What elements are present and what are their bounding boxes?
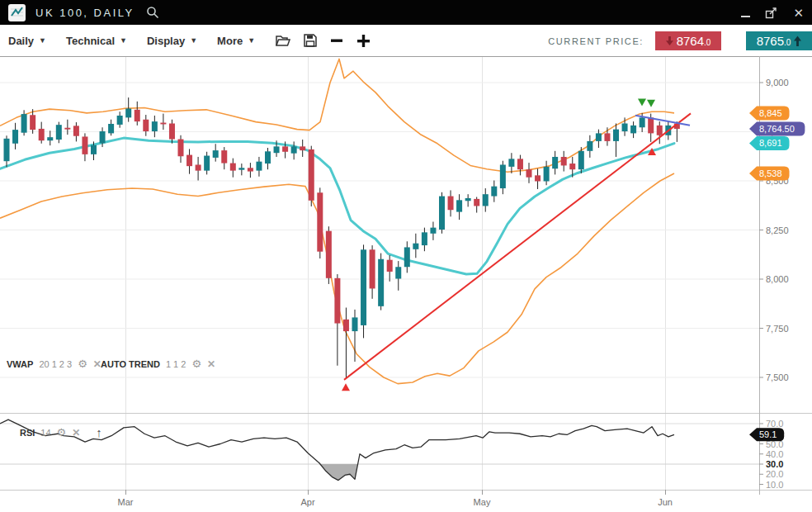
window-title: UK 100, DAILY: [35, 7, 135, 19]
chevron-down-icon: ▼: [248, 36, 255, 45]
current-price-panel: CURRENT PRICE: 8764.0 8765.0: [548, 31, 812, 50]
minimize-button[interactable]: [741, 7, 750, 17]
arrow-down-icon: [666, 36, 673, 46]
gear-icon[interactable]: ⚙: [191, 358, 201, 369]
svg-text:8,691: 8,691: [759, 138, 782, 148]
chart-toolbar: Daily ▼ Technical ▼ Display ▼ More ▼: [0, 25, 812, 56]
menu-technical[interactable]: Technical ▼: [66, 35, 127, 47]
svg-text:May: May: [474, 497, 491, 507]
arrow-up-icon: [794, 36, 801, 46]
chevron-down-icon: ▼: [39, 36, 46, 45]
chart-area: 9,0008,7508,5008,2508,0007,7507,50070.06…: [0, 56, 812, 512]
close-icon[interactable]: ✕: [793, 7, 804, 19]
buy-price-button[interactable]: 8765.0: [746, 31, 812, 50]
svg-text:8,250: 8,250: [766, 225, 789, 235]
chevron-down-icon: ▼: [190, 36, 197, 45]
svg-text:70.0: 70.0: [766, 419, 783, 429]
menu-display[interactable]: Display ▼: [147, 35, 197, 47]
svg-text:9,000: 9,000: [766, 78, 789, 88]
chart-canvas[interactable]: 9,0008,7508,5008,2508,0007,7507,50070.06…: [0, 56, 812, 512]
current-price-label: CURRENT PRICE:: [548, 36, 644, 46]
svg-text:7,750: 7,750: [766, 324, 789, 334]
vwap-line: [0, 138, 674, 274]
rsi-indicator-label: RSI 14 ⚙ ✕ ↑: [20, 426, 102, 439]
move-indicator-up-icon[interactable]: ↑: [96, 426, 102, 439]
zoom-out-button[interactable]: [330, 34, 343, 47]
svg-text:Apr: Apr: [300, 497, 314, 507]
sell-price-button[interactable]: 8764.0: [655, 31, 721, 50]
zoom-in-button[interactable]: [356, 34, 371, 48]
svg-text:30.0: 30.0: [766, 459, 783, 469]
svg-text:20.0: 20.0: [766, 469, 783, 479]
menu-more[interactable]: More ▼: [217, 35, 255, 47]
trend-lines[interactable]: [344, 113, 691, 379]
vwap-indicator-label: VWAP 20 1 2 3 ⚙ ✕: [7, 358, 102, 369]
svg-text:8,538: 8,538: [759, 168, 782, 178]
gear-icon[interactable]: ⚙: [57, 427, 67, 438]
chevron-down-icon: ▼: [120, 36, 127, 45]
app-logo-icon: [8, 4, 26, 21]
autotrend-indicator-label: AUTO TREND 1 1 2 ⚙ ✕: [101, 358, 215, 369]
close-icon[interactable]: ✕: [72, 428, 80, 438]
save-icon[interactable]: [304, 34, 317, 47]
svg-text:40.0: 40.0: [766, 449, 783, 459]
gear-icon[interactable]: ⚙: [78, 358, 87, 369]
svg-text:Jun: Jun: [658, 497, 673, 507]
svg-text:10.0: 10.0: [766, 480, 783, 490]
close-icon[interactable]: ✕: [207, 359, 215, 369]
svg-text:Mar: Mar: [118, 497, 134, 507]
svg-text:8,764.50: 8,764.50: [759, 124, 795, 134]
candles-layer: [4, 97, 680, 377]
svg-text:59.1: 59.1: [759, 429, 777, 439]
popout-button[interactable]: [765, 7, 778, 19]
signal-markers: [342, 99, 656, 391]
time-axis[interactable]: MarAprMayJun: [118, 490, 673, 507]
svg-text:8,000: 8,000: [766, 274, 789, 284]
menu-daily[interactable]: Daily ▼: [8, 35, 46, 47]
svg-text:8,845: 8,845: [759, 108, 782, 118]
search-icon[interactable]: [146, 6, 159, 19]
title-bar: UK 100, DAILY ✕: [0, 0, 812, 25]
open-folder-icon[interactable]: [275, 34, 290, 47]
svg-text:7,500: 7,500: [766, 372, 789, 382]
